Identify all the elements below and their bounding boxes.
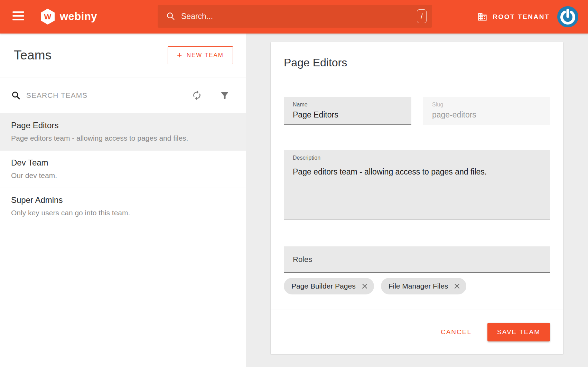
team-list-item-page-editors[interactable]: Page Editors Page editors team - allowin… xyxy=(0,113,246,151)
save-team-button[interactable]: SAVE TEAM xyxy=(487,323,550,341)
filter-icon[interactable] xyxy=(218,89,231,102)
team-list-item-dev-team[interactable]: Dev Team Our dev team. xyxy=(0,151,246,188)
slug-field: Slug page-editors xyxy=(423,97,550,125)
slug-field-value: page-editors xyxy=(423,108,550,120)
team-form-body: Name Page Editors Slug page-editors Desc… xyxy=(271,97,563,294)
cancel-button[interactable]: CANCEL xyxy=(439,325,474,339)
role-chip-file-manager-files[interactable]: File Manager Files xyxy=(381,278,467,294)
roles-field-label: Roles xyxy=(293,255,312,264)
roles-chips: Page Builder Pages File Manager Files xyxy=(284,278,550,294)
new-team-button-label: NEW TEAM xyxy=(187,52,224,59)
role-chip-page-builder-pages[interactable]: Page Builder Pages xyxy=(284,278,374,294)
team-form-title: Page Editors xyxy=(284,56,347,69)
search-icon xyxy=(11,91,21,100)
refresh-icon[interactable] xyxy=(190,88,204,102)
description-field[interactable]: Description Page editors team - allowing… xyxy=(284,150,550,219)
global-search-input[interactable] xyxy=(181,12,411,21)
team-form-header: Page Editors xyxy=(271,42,563,83)
chip-remove-icon[interactable] xyxy=(361,282,368,290)
global-search[interactable]: / xyxy=(158,5,432,28)
slug-field-label: Slug xyxy=(423,97,550,108)
name-field-value: Page Editors xyxy=(284,108,411,120)
name-field[interactable]: Name Page Editors xyxy=(284,97,411,125)
top-navigation-bar: W webiny / ROOT TENANT xyxy=(0,0,588,34)
team-details-area: Page Editors Name Page Editors Slug page… xyxy=(246,34,588,367)
teams-search-input[interactable] xyxy=(26,91,185,100)
webiny-logo[interactable]: W webiny xyxy=(40,8,97,25)
team-list-item-super-admins[interactable]: Super Admins Only key users can go into … xyxy=(0,188,246,225)
building-icon xyxy=(477,12,487,22)
team-description: Page editors team - allowing access to p… xyxy=(11,134,235,142)
description-field-label: Description xyxy=(284,150,550,161)
new-team-button[interactable]: + NEW TEAM xyxy=(168,46,233,64)
team-description: Our dev team. xyxy=(11,171,235,180)
team-name: Dev Team xyxy=(11,158,235,168)
svg-text:W: W xyxy=(44,12,52,21)
slash-shortcut-badge: / xyxy=(417,9,427,23)
webiny-hexagon-icon: W xyxy=(40,8,55,25)
description-field-value: Page editors team - allowing access to p… xyxy=(284,161,550,177)
menu-icon[interactable] xyxy=(12,11,24,20)
teams-search-bar xyxy=(0,77,246,113)
chip-remove-icon[interactable] xyxy=(453,282,461,290)
teams-panel-header: Teams + NEW TEAM xyxy=(0,34,246,77)
team-name: Page Editors xyxy=(11,121,235,130)
team-details-card: Page Editors Name Page Editors Slug page… xyxy=(271,42,563,354)
tenant-selector[interactable]: ROOT TENANT xyxy=(477,0,550,34)
plus-icon: + xyxy=(177,50,182,60)
user-avatar[interactable] xyxy=(557,6,578,27)
chip-label: File Manager Files xyxy=(389,282,448,290)
team-name: Super Admins xyxy=(11,195,235,205)
tenant-label: ROOT TENANT xyxy=(493,13,550,21)
team-form-footer: CANCEL SAVE TEAM xyxy=(271,310,563,354)
team-description: Only key users can go into this team. xyxy=(11,209,235,217)
search-icon xyxy=(166,11,176,21)
brand-wordmark: webiny xyxy=(60,10,97,23)
team-list: Page Editors Page editors team - allowin… xyxy=(0,113,246,225)
teams-list-panel: Teams + NEW TEAM Page Editors Page xyxy=(0,34,246,367)
roles-field[interactable]: Roles xyxy=(284,246,550,273)
page-title: Teams xyxy=(14,48,52,63)
name-field-label: Name xyxy=(284,97,411,108)
chip-label: Page Builder Pages xyxy=(291,282,356,290)
